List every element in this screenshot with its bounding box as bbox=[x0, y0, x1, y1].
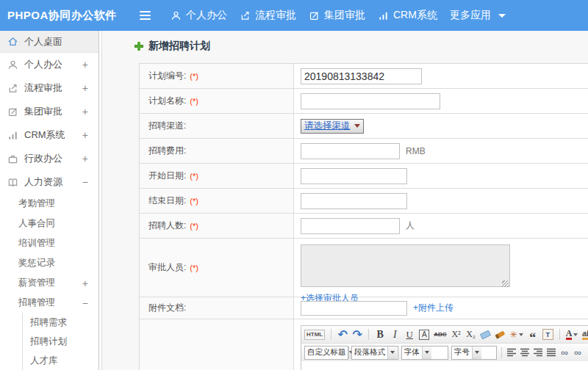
strikethrough-button[interactable]: ABC bbox=[434, 328, 446, 341]
expand-icon[interactable]: + bbox=[82, 83, 88, 93]
recruitment-plan-form: 计划编号: (*) 计划名称: (*) 招聘渠道: bbox=[139, 63, 588, 370]
attachment-upload-link[interactable]: +附件上传 bbox=[413, 302, 453, 314]
bold-button[interactable]: B bbox=[375, 328, 385, 341]
field-label: 招聘人数: bbox=[148, 220, 186, 232]
required-mark: (*) bbox=[190, 222, 198, 231]
headcount-unit: 人 bbox=[406, 220, 415, 232]
paragraph-format-dropdown[interactable]: 段落格式 bbox=[351, 346, 398, 360]
sidebar-item-crm[interactable]: CRM系统 + bbox=[0, 123, 98, 147]
sidebar-item-training[interactable]: 培训管理 bbox=[0, 233, 98, 253]
format-brush-icon[interactable] bbox=[495, 328, 506, 341]
sidebar-item-workflow[interactable]: 流程审批 + bbox=[0, 76, 98, 100]
channel-select[interactable]: 请选择渠道 bbox=[301, 119, 364, 134]
format-clear-icon[interactable] bbox=[481, 328, 491, 341]
plan-name-input[interactable] bbox=[301, 93, 440, 109]
sidebar-item-admin-office[interactable]: 行政办公 + bbox=[0, 147, 98, 170]
flow-icon bbox=[7, 83, 18, 94]
field-label: 计划名称: bbox=[148, 95, 186, 107]
custom-title-dropdown[interactable]: 自定义标题 bbox=[304, 346, 348, 360]
plan-no-input[interactable] bbox=[301, 68, 422, 84]
menu-toggle-icon[interactable] bbox=[140, 9, 153, 22]
top-navbar: PHPOA协同办公软件 个人办公 流程审批 集团审批 CRM系统 更多应用 bbox=[0, 0, 588, 31]
redo-icon[interactable]: ↷ bbox=[352, 328, 362, 341]
sidebar-item-recruitment-mgmt[interactable]: 招聘管理 − bbox=[0, 293, 98, 313]
required-mark: (*) bbox=[190, 72, 198, 81]
start-date-input[interactable] bbox=[301, 168, 407, 184]
expand-icon[interactable]: + bbox=[82, 59, 88, 70]
sidebar-item-group-approval[interactable]: 集团审批 + bbox=[0, 100, 98, 123]
form-row-fee: 招聘费用: RMB bbox=[140, 139, 588, 164]
fee-unit: RMB bbox=[406, 146, 426, 156]
nav-crm-system[interactable]: CRM系统 bbox=[378, 9, 437, 22]
nav-group-approval[interactable]: 集团审批 bbox=[309, 9, 365, 22]
sidebar-item-hr[interactable]: 人力资源 − bbox=[0, 170, 98, 194]
form-row-attachment: 附件文档: +附件上传 bbox=[140, 297, 588, 319]
font-size-dropdown[interactable]: 字号 bbox=[451, 346, 497, 360]
align-left-icon[interactable] bbox=[506, 346, 517, 359]
book-icon bbox=[7, 177, 18, 188]
highlight-color-button[interactable]: ab bbox=[582, 328, 588, 341]
undo-icon[interactable]: ↶ bbox=[337, 328, 348, 341]
edit-icon bbox=[7, 106, 18, 117]
sidebar-item-attendance[interactable]: 考勤管理 bbox=[0, 194, 98, 214]
expand-icon[interactable]: + bbox=[82, 153, 88, 164]
collapse-icon[interactable]: − bbox=[82, 298, 88, 308]
main-content: 新增招聘计划 计划编号: (*) 计划名称: (*) bbox=[101, 31, 588, 370]
link-icon[interactable]: ∞ bbox=[559, 346, 570, 359]
fee-input[interactable] bbox=[301, 143, 400, 159]
sidebar-item-rewards[interactable]: 奖惩记录 bbox=[0, 253, 98, 273]
paste-text-icon[interactable]: T bbox=[542, 329, 553, 340]
html-source-button[interactable]: HTML bbox=[304, 330, 325, 340]
form-row-channel: 招聘渠道: 请选择渠道 bbox=[140, 114, 588, 139]
autotypeset-button[interactable]: A bbox=[419, 330, 429, 340]
end-date-input[interactable] bbox=[301, 193, 407, 209]
form-row-plan-no: 计划编号: (*) bbox=[140, 64, 588, 89]
field-label: 附件文档: bbox=[148, 302, 186, 314]
underline-button[interactable]: U bbox=[404, 328, 415, 341]
attachment-input[interactable] bbox=[301, 301, 407, 316]
rich-text-editor: HTML ↶ ↷ B I U A ABC X² X₂ bbox=[301, 325, 588, 370]
sidebar-item-recruitment-demand[interactable]: 招聘需求 bbox=[22, 313, 98, 332]
align-right-icon[interactable] bbox=[533, 346, 543, 359]
expand-icon[interactable]: + bbox=[82, 106, 88, 117]
blockquote-icon[interactable]: “ bbox=[528, 328, 538, 341]
editor-content-area[interactable] bbox=[301, 361, 588, 370]
sidebar-item-talent-pool[interactable]: 人才库 bbox=[22, 351, 98, 370]
person-icon bbox=[171, 10, 182, 21]
nav-personal-office[interactable]: 个人办公 bbox=[171, 9, 227, 22]
nav-workflow-approval[interactable]: 流程审批 bbox=[240, 9, 296, 22]
font-family-dropdown[interactable]: 字体 bbox=[401, 346, 448, 360]
person-icon bbox=[7, 59, 18, 70]
field-label: 审批人员: bbox=[148, 261, 186, 274]
sidebar-item-personal-office[interactable]: 个人办公 + bbox=[0, 53, 98, 76]
font-color-button[interactable]: A bbox=[566, 328, 578, 341]
field-label: 招聘费用: bbox=[148, 145, 186, 157]
collapse-icon[interactable]: − bbox=[82, 177, 88, 187]
sidebar-item-desktop[interactable]: 个人桌面 bbox=[0, 31, 98, 53]
sidebar-item-recruitment-plan[interactable]: 招聘计划 bbox=[22, 332, 98, 351]
color-palette-button[interactable]: ✳ bbox=[510, 328, 523, 341]
app-logo: PHPOA协同办公软件 bbox=[0, 9, 140, 23]
expand-icon[interactable]: + bbox=[82, 130, 88, 140]
superscript-button[interactable]: X² bbox=[451, 328, 462, 341]
sidebar: 个人桌面 个人办公 + 流程审批 + 集团审批 + CRM系统 + 行政办公 + bbox=[0, 31, 99, 370]
form-row-headcount: 招聘人数: (*) 人 bbox=[140, 214, 588, 239]
required-mark: (*) bbox=[190, 97, 198, 106]
expand-icon[interactable]: + bbox=[82, 278, 88, 289]
align-justify-icon[interactable] bbox=[546, 346, 556, 359]
sidebar-item-hr-contract[interactable]: 人事合同 bbox=[0, 214, 98, 233]
field-label: 开始日期: bbox=[148, 170, 186, 182]
headcount-input[interactable] bbox=[301, 218, 400, 234]
unlink-icon[interactable]: ∞ bbox=[573, 346, 583, 359]
form-row-plan-name: 计划名称: (*) bbox=[140, 89, 588, 114]
approver-textarea[interactable] bbox=[301, 244, 510, 287]
select-arrow-icon bbox=[354, 124, 360, 128]
subscript-button[interactable]: X₂ bbox=[466, 328, 476, 341]
align-center-icon[interactable] bbox=[520, 346, 530, 359]
nav-more-apps[interactable]: 更多应用 bbox=[450, 9, 506, 22]
form-row-editor: HTML ↶ ↷ B I U A ABC X² X₂ bbox=[140, 319, 588, 370]
home-icon bbox=[7, 36, 18, 47]
italic-button[interactable]: I bbox=[390, 328, 400, 341]
sidebar-item-salary[interactable]: 薪资管理 + bbox=[0, 273, 98, 293]
field-label: 结束日期: bbox=[148, 195, 186, 207]
